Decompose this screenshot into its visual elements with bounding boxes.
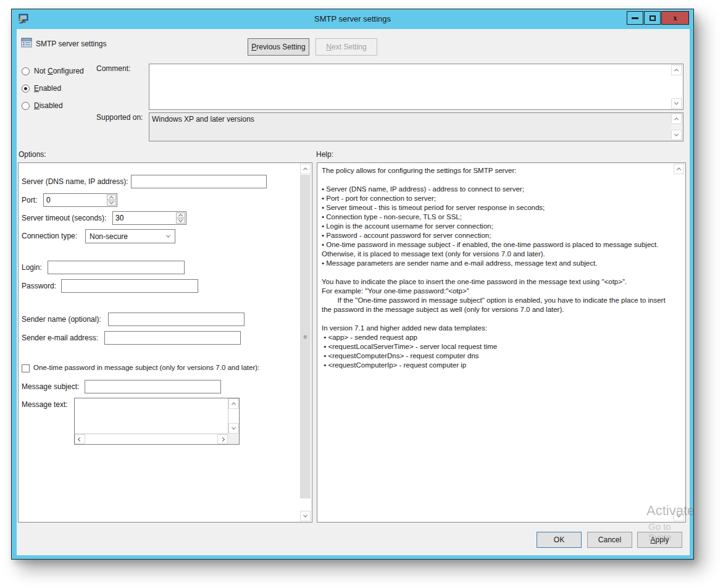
supported-on-scrollbar[interactable] [671,114,682,140]
minimize-icon [632,17,638,19]
comment-label: Comment: [96,64,130,73]
port-input[interactable] [44,194,106,206]
spin-up-icon[interactable] [107,195,116,200]
help-line: • Login is the account username for serv… [322,222,672,231]
help-line: For example: "Your one-time password:"<o… [322,287,672,296]
message-text-hscrollbar[interactable] [75,434,228,444]
radio-circle-icon [22,102,30,110]
comment-textarea[interactable] [149,64,683,110]
supported-on-label: Supported on: [96,113,143,122]
supported-on-box: Windows XP and later versions [149,112,683,141]
help-line: • Port - port for connection to server; [322,194,672,203]
help-line: • <requestComputerDns> - request compute… [322,351,672,361]
timeout-label: Server timeout (seconds): [22,214,106,222]
scrollbar-thumb[interactable]: ≡ [300,175,311,498]
help-panel-scrollbar[interactable] [674,164,685,521]
scroll-down-icon[interactable] [674,511,684,521]
message-subject-label: Message subject: [22,382,79,391]
help-line: • Connection type - non-secure, TLS or S… [322,212,672,222]
ok-button[interactable]: OK [537,532,582,548]
maximize-icon [650,15,656,21]
cancel-button[interactable]: Cancel [587,532,632,548]
dialog-client-area: SMTP server settings Previous Setting Ne… [17,29,690,555]
titlebar[interactable]: SMTP server settings x [12,9,693,29]
server-label: Server (DNS name, IP address): [22,177,128,186]
spin-down-icon[interactable] [176,219,185,224]
radio-not-configured-label: Not Configured [34,67,84,75]
timeout-spinner[interactable] [112,211,186,225]
scroll-up-icon[interactable] [300,164,311,174]
options-section-label: Options: [19,150,46,159]
help-line: • <app> - sended request app [322,333,672,342]
help-line: • Password - account password for server… [322,231,672,240]
chevron-down-icon [166,233,170,238]
help-line [322,314,672,324]
message-text-value[interactable] [75,398,228,434]
help-line: • Server timeout - this is timeout perio… [322,203,672,212]
login-label: Login: [22,263,42,272]
spin-up-icon[interactable] [176,212,185,218]
supported-on-value: Windows XP and later versions [152,115,669,124]
previous-setting-button[interactable]: Previous Setting [248,38,309,56]
scroll-down-icon[interactable] [228,423,239,434]
scroll-up-icon[interactable] [674,164,684,174]
connection-type-label: Connection type: [22,232,77,240]
scroll-down-icon[interactable] [671,130,682,140]
sender-name-input[interactable] [108,313,244,326]
close-icon: x [674,14,677,23]
help-line: • One-time password in message subject -… [322,240,672,259]
smtp-settings-window: SMTP server settings x [11,9,694,560]
next-setting-button[interactable]: Next Setting [316,38,377,56]
scroll-right-icon[interactable] [217,434,228,444]
window-title: SMTP server settings [12,9,693,29]
close-button[interactable]: x [661,11,689,25]
spin-down-icon[interactable] [107,201,116,206]
help-line [322,175,672,185]
scroll-up-icon[interactable] [228,398,239,409]
scroll-down-icon[interactable] [671,98,682,109]
server-input[interactable] [131,175,267,188]
login-input[interactable] [48,261,185,274]
help-section-label: Help: [316,150,333,159]
apply-button[interactable]: Apply [637,532,682,548]
sender-name-label: Sender name (optional): [22,315,101,324]
help-line: You have to indicate the place to insert… [322,277,672,287]
message-text-box[interactable] [74,398,240,445]
timeout-input[interactable] [113,212,175,224]
radio-disabled-label: Disabled [34,101,63,110]
radio-selected-icon [22,85,30,93]
port-label: Port: [22,196,37,204]
scroll-up-icon[interactable] [671,65,682,75]
message-subject-input[interactable] [85,380,221,393]
comment-scrollbar[interactable] [671,65,682,109]
scroll-up-icon[interactable] [671,114,682,124]
scroll-down-icon[interactable] [300,511,311,521]
sender-email-input[interactable] [104,331,241,345]
radio-circle-icon [22,67,30,75]
options-panel: Server (DNS name, IP address): Port: Ser… [18,162,312,523]
help-line: • <requestComputerIp> - request computer… [322,361,672,370]
port-spinner[interactable] [43,193,117,207]
options-panel-scrollbar[interactable]: ≡ [300,164,311,521]
message-text-vscrollbar[interactable] [228,398,239,434]
desktop-background: SMTP server settings x [0,0,723,588]
help-line: If the "One-time password in message sub… [322,296,672,314]
help-line: • Server (DNS name, IP address) - addres… [322,185,672,194]
help-line: • Message parameters are sender name and… [322,259,672,268]
minimize-button[interactable] [627,11,643,25]
maximize-button[interactable] [644,11,661,25]
radio-enabled-label: Enabled [34,84,61,93]
help-line [322,268,672,277]
scroll-left-icon[interactable] [75,434,85,444]
connection-type-select[interactable]: Non-secure [85,229,175,243]
password-input[interactable] [61,279,198,293]
radio-enabled[interactable]: Enabled [22,83,61,93]
radio-disabled[interactable]: Disabled [22,101,63,111]
otp-checkbox[interactable] [22,364,30,372]
message-text-label: Message text: [22,400,68,409]
sender-email-label: Sender e-mail address: [22,334,98,342]
timeout-spin-buttons [176,212,185,224]
help-line: In version 7.1 and higher added new data… [322,324,672,333]
radio-not-configured[interactable]: Not Configured [22,66,84,76]
help-line: • <requestLocalServerTime> - server loca… [322,342,672,351]
